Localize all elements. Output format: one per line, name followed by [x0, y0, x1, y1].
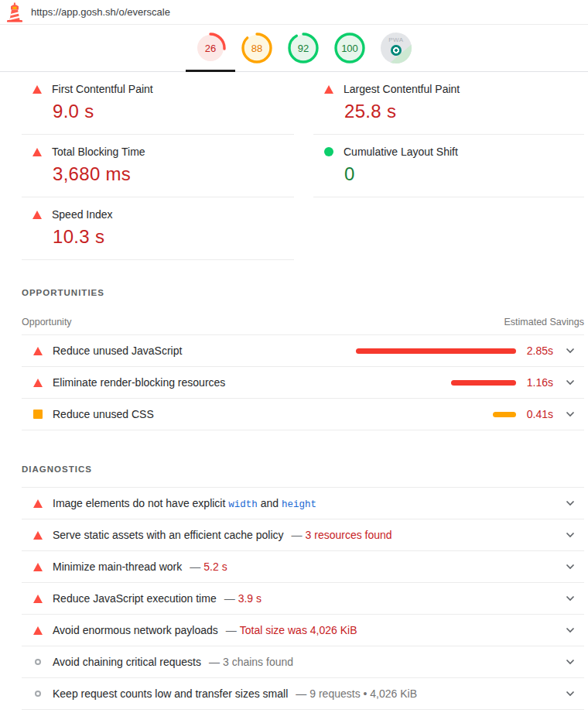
opportunity-row[interactable]: Reduce unused JavaScript 2.85s: [22, 335, 584, 367]
expand-button[interactable]: [556, 659, 584, 665]
savings-bar: [451, 380, 516, 386]
expand-button[interactable]: [556, 532, 584, 538]
status-icon: [35, 691, 41, 697]
separator-dash: —: [209, 656, 220, 668]
metric-card: First Contentful Paint 9.0 s: [22, 72, 294, 135]
status-icon: [32, 148, 42, 156]
diagnostic-row[interactable]: Keep request counts low and transfer siz…: [22, 678, 584, 710]
diagnostic-label: Serve static assets with an efficient ca…: [53, 529, 556, 541]
status-icon: [33, 595, 43, 603]
diagnostic-row[interactable]: Image elements do not have explicit widt…: [22, 488, 584, 519]
metric-label: Largest Contentful Paint: [344, 83, 460, 95]
expand-button[interactable]: [556, 627, 584, 633]
separator-dash: —: [190, 560, 200, 573]
expand-button[interactable]: [556, 411, 584, 417]
opportunity-label: Reduce unused JavaScript: [53, 345, 356, 357]
expand-button[interactable]: [556, 348, 584, 354]
metric-value: 9.0 s: [53, 101, 294, 122]
gauge-score: 88: [241, 33, 272, 63]
annotation-text: 3 resources found: [306, 529, 392, 541]
metric-value: 10.3 s: [53, 226, 294, 248]
opportunity-row[interactable]: Reduce unused CSS 0.41s: [22, 399, 584, 430]
chevron-down-icon: [566, 500, 575, 506]
status-icon: [33, 499, 43, 508]
opportunity-label: Eliminate render-blocking resources: [53, 376, 356, 389]
metric-card: Total Blocking Time 3,680 ms: [22, 135, 294, 197]
status-icon: [33, 563, 43, 571]
opportunity-label: Reduce unused CSS: [53, 408, 356, 420]
score-gauge[interactable]: 92: [288, 33, 319, 63]
expand-button[interactable]: [556, 564, 584, 570]
status-icon: [33, 379, 43, 387]
separator-dash: —: [226, 624, 237, 636]
separator-dash: —: [296, 687, 306, 700]
gauge-score: 26: [195, 33, 226, 63]
estimated-savings-value: 0.41s: [516, 408, 556, 420]
chevron-down-icon: [566, 379, 575, 386]
pwa-label: PWA: [381, 36, 412, 43]
gauge-score: 92: [288, 33, 319, 63]
status-icon: [33, 410, 43, 419]
annotation-text: Total size was 4,026 KiB: [240, 624, 357, 636]
annotation-text: 3.9 s: [238, 592, 262, 605]
annotation-text: 5.2 s: [203, 560, 227, 573]
estimated-savings-value: 2.85s: [516, 345, 556, 357]
url-bar: https://app.gosh.sh/o/everscale: [0, 0, 588, 25]
score-gauge[interactable]: 100: [334, 33, 365, 63]
metric-label: Speed Index: [52, 208, 113, 221]
diagnostic-row[interactable]: Serve static assets with an efficient ca…: [22, 519, 584, 551]
annotation-text: 9 requests • 4,026 KiB: [309, 687, 417, 700]
gauge-score: 100: [334, 33, 365, 63]
diagnostics-title: DIAGNOSTICS: [22, 464, 584, 474]
metric-label: First Contentful Paint: [52, 83, 153, 95]
annotation-text: 3 chains found: [223, 656, 293, 668]
chevron-down-icon: [566, 659, 575, 665]
score-gauge[interactable]: 88: [241, 33, 272, 63]
metric-label: Total Blocking Time: [52, 146, 145, 158]
score-gauge[interactable]: 26: [195, 33, 226, 63]
status-icon: [33, 347, 43, 355]
status-icon: [324, 85, 333, 94]
code-token: width: [228, 499, 258, 510]
metric-card: Cumulative Layout Shift 0: [313, 135, 584, 197]
pwa-badge[interactable]: PWA: [381, 33, 412, 63]
diagnostic-row[interactable]: Avoid chaining critical requests—3 chain…: [22, 646, 584, 678]
score-gauges: 26 88 92 100 PWA: [195, 33, 412, 63]
diagnostics-section: DIAGNOSTICS Image elements do not have e…: [22, 464, 584, 710]
chevron-down-icon: [566, 532, 575, 538]
metric-card: Speed Index 10.3 s: [22, 197, 294, 260]
expand-button[interactable]: [556, 595, 584, 602]
estimated-savings-value: 1.16s: [516, 376, 556, 389]
chevron-down-icon: [566, 627, 575, 633]
diagnostic-row[interactable]: Minimize main-thread work—5.2 s: [22, 551, 584, 583]
chevron-down-icon: [566, 564, 575, 570]
category-tabs: 26 88 92 100 PWA: [0, 25, 588, 72]
metric-value: 3,680 ms: [53, 163, 294, 185]
status-icon: [33, 626, 43, 635]
expand-button[interactable]: [556, 691, 584, 697]
audited-url-link[interactable]: https://app.gosh.sh/o/everscale: [31, 6, 170, 18]
diagnostic-row[interactable]: Avoid enormous network payloads—Total si…: [22, 615, 584, 646]
chevron-down-icon: [566, 691, 575, 697]
diagnostic-label: Avoid chaining critical requests—3 chain…: [53, 656, 556, 668]
diagnostic-row[interactable]: Reduce JavaScript execution time—3.9 s: [22, 583, 584, 615]
expand-button[interactable]: [556, 379, 584, 386]
metric-card: Largest Contentful Paint 25.8 s: [313, 72, 584, 135]
pwa-badge-circle: PWA: [381, 33, 412, 63]
expand-button[interactable]: [556, 500, 584, 506]
metrics-grid: First Contentful Paint 9.0 s Largest Con…: [22, 72, 584, 260]
lighthouse-icon: [6, 2, 23, 22]
status-icon: [35, 659, 41, 665]
opportunities-list: Reduce unused JavaScript 2.85s Eliminate…: [22, 335, 584, 430]
status-icon: [324, 147, 333, 156]
diagnostics-list: Image elements do not have explicit widt…: [22, 487, 584, 710]
opportunities-table-header: Opportunity Estimated Savings: [22, 317, 584, 335]
opportunities-title: OPPORTUNITIES: [22, 288, 584, 297]
metric-value: 25.8 s: [344, 101, 584, 122]
diagnostic-label: Avoid enormous network payloads—Total si…: [53, 624, 556, 636]
chevron-down-icon: [566, 348, 575, 354]
metric-label: Cumulative Layout Shift: [344, 146, 458, 158]
opportunity-row[interactable]: Eliminate render-blocking resources 1.16…: [22, 367, 584, 399]
separator-dash: —: [224, 592, 235, 605]
metric-value: 0: [344, 163, 584, 185]
